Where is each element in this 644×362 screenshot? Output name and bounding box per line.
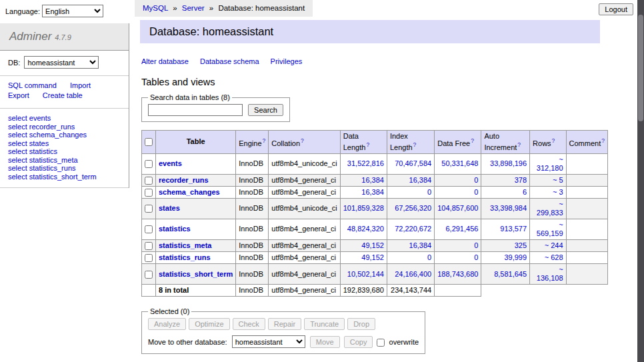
row-checkbox[interactable] xyxy=(145,271,153,279)
scrollbar[interactable] xyxy=(637,0,644,362)
row-checkbox[interactable] xyxy=(145,177,153,185)
sidebar-table-link[interactable]: schema_changes xyxy=(29,131,87,139)
database-action-link[interactable]: Privileges xyxy=(271,57,303,65)
bulk-action-button[interactable]: Repair xyxy=(268,318,301,330)
row-checkbox[interactable] xyxy=(145,189,153,197)
sidebar-select-link[interactable]: select xyxy=(8,156,27,164)
index-length-link[interactable]: 16,384 xyxy=(409,241,432,249)
data-length-link[interactable]: 31,522,816 xyxy=(347,159,384,167)
sidebar-select-link[interactable]: select xyxy=(8,139,27,147)
data-length-link[interactable]: 49,152 xyxy=(361,241,384,249)
sidebar-table-link[interactable]: statistics_runs xyxy=(29,164,76,172)
bulk-action-button[interactable]: Drop xyxy=(347,318,375,330)
sidebar-table-link[interactable]: statistics xyxy=(29,147,57,155)
table-name-link[interactable]: statistics xyxy=(159,225,191,233)
engine-help-link[interactable]: ? xyxy=(263,137,266,144)
data-free-link[interactable]: 6,291,456 xyxy=(445,225,478,233)
sidebar-table-link[interactable]: events xyxy=(29,114,51,122)
data-length-link[interactable]: 16,384 xyxy=(361,176,384,184)
rows-count-link[interactable]: ~ 299,833 xyxy=(537,200,563,217)
overwrite-checkbox[interactable] xyxy=(377,339,385,347)
row-checkbox[interactable] xyxy=(145,242,153,250)
version-link[interactable]: 4.7.9 xyxy=(55,33,71,41)
db-select[interactable]: homeassistant xyxy=(24,56,99,69)
sidebar-link[interactable]: Import xyxy=(70,81,91,89)
data-free-link[interactable]: 0 xyxy=(474,253,478,261)
bulk-action-button[interactable]: Analyze xyxy=(148,318,186,330)
sidebar-select-link[interactable]: select xyxy=(8,114,27,122)
data-free-link[interactable]: 188,743,680 xyxy=(437,270,478,278)
sidebar-table-link[interactable]: statistics_meta xyxy=(29,156,78,164)
sidebar-link[interactable]: SQL command xyxy=(8,81,57,89)
auto-increment-link[interactable]: 913,577 xyxy=(500,225,527,233)
table-name-link[interactable]: events xyxy=(159,159,182,167)
auto-increment-link[interactable]: 39,999 xyxy=(504,253,527,261)
move-db-select[interactable]: homeassistant xyxy=(232,335,305,348)
sidebar-table-link[interactable]: states xyxy=(29,139,49,147)
rows-count-link[interactable]: ~ 136,108 xyxy=(537,265,563,282)
data-length-link[interactable]: 101,859,328 xyxy=(343,204,384,212)
table-name-link[interactable]: schema_changes xyxy=(159,188,220,196)
bulk-action-button[interactable]: Optimize xyxy=(189,318,229,330)
rows-count-link[interactable]: ~ 5 xyxy=(553,176,563,184)
rows-count-link[interactable]: ~ 569,159 xyxy=(537,221,563,237)
index-length-link[interactable]: 16,384 xyxy=(409,176,432,184)
data-free-link[interactable]: 0 xyxy=(474,241,478,249)
language-select[interactable]: English xyxy=(42,5,103,17)
data-free-link[interactable]: 104,857,600 xyxy=(437,204,478,212)
table-name-link[interactable]: statistics_short_term xyxy=(159,270,233,278)
auto-increment-link[interactable]: 33,898,196 xyxy=(490,159,527,167)
sidebar-select-link[interactable]: select xyxy=(8,147,27,155)
index-length-help-link[interactable]: ? xyxy=(413,141,417,148)
table-name-link[interactable]: statistics_runs xyxy=(159,253,211,261)
auto-increment-link[interactable]: 33,398,984 xyxy=(490,204,527,212)
index-length-link[interactable]: 70,467,584 xyxy=(395,159,431,167)
search-button[interactable]: Search xyxy=(248,104,283,116)
breadcrumb-server-link[interactable]: Server xyxy=(182,4,205,12)
index-length-link[interactable]: 0 xyxy=(427,188,431,196)
index-length-link[interactable]: 0 xyxy=(427,253,431,261)
sidebar-select-link[interactable]: select xyxy=(8,123,27,131)
index-length-link[interactable]: 24,166,400 xyxy=(395,270,431,278)
data-free-link[interactable]: 0 xyxy=(474,176,478,184)
copy-button[interactable]: Copy xyxy=(344,336,373,348)
breadcrumb-mysql-link[interactable]: MySQL xyxy=(143,4,168,12)
data-length-link[interactable]: 16,384 xyxy=(361,188,384,196)
sidebar-table-link[interactable]: recorder_runs xyxy=(29,123,75,131)
rows-help-link[interactable]: ? xyxy=(552,137,555,144)
row-checkbox[interactable] xyxy=(145,225,153,233)
sidebar-link[interactable]: Export xyxy=(8,91,29,99)
comment-help-link[interactable]: ? xyxy=(601,137,605,144)
select-all-checkbox[interactable] xyxy=(145,138,153,146)
sidebar-select-link[interactable]: select xyxy=(8,131,27,139)
row-checkbox[interactable] xyxy=(145,254,153,262)
data-free-link[interactable]: 0 xyxy=(474,188,478,196)
data-length-help-link[interactable]: ? xyxy=(366,141,369,148)
data-length-link[interactable]: 49,152 xyxy=(361,253,384,261)
rows-count-link[interactable]: ~ 312,180 xyxy=(537,155,563,172)
data-length-link[interactable]: 48,824,320 xyxy=(347,225,384,233)
database-action-link[interactable]: Database schema xyxy=(200,57,259,65)
data-free-link[interactable]: 50,331,648 xyxy=(441,159,478,167)
move-button[interactable]: Move xyxy=(310,336,340,348)
collation-help-link[interactable]: ? xyxy=(301,137,304,144)
sidebar-select-link[interactable]: select xyxy=(8,173,27,181)
sidebar-table-link[interactable]: statistics_short_term xyxy=(29,173,97,181)
data-free-help-link[interactable]: ? xyxy=(471,137,474,144)
index-length-link[interactable]: 72,220,672 xyxy=(395,225,431,233)
sidebar-select-link[interactable]: select xyxy=(8,164,27,172)
search-input[interactable] xyxy=(148,104,243,116)
auto-increment-link[interactable]: 378 xyxy=(515,176,527,184)
row-checkbox[interactable] xyxy=(145,160,153,168)
auto-increment-help-link[interactable]: ? xyxy=(517,141,521,148)
row-checkbox[interactable] xyxy=(145,205,153,213)
table-name-link[interactable]: states xyxy=(159,204,180,212)
bulk-action-button[interactable]: Truncate xyxy=(304,318,345,330)
sidebar-link[interactable]: Create table xyxy=(43,91,83,99)
data-length-link[interactable]: 10,502,144 xyxy=(347,270,384,278)
index-length-link[interactable]: 67,256,320 xyxy=(395,204,431,212)
auto-increment-link[interactable]: 8,581,645 xyxy=(494,270,527,278)
scrollbar-thumb[interactable] xyxy=(638,15,643,121)
table-name-link[interactable]: recorder_runs xyxy=(159,176,209,184)
table-name-link[interactable]: statistics_meta xyxy=(159,241,212,249)
